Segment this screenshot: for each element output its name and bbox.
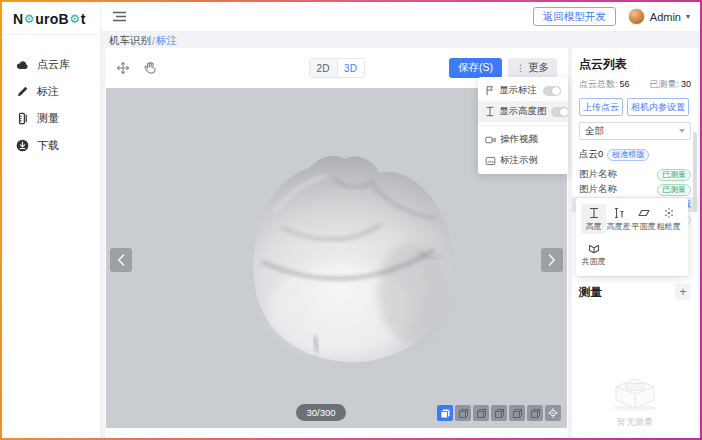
breadcrumb: 机车识别 / 标注 bbox=[101, 32, 177, 49]
more-label: 更多 bbox=[528, 61, 549, 75]
mode-2d-button[interactable]: 2D bbox=[310, 59, 337, 77]
sidebar-item-pointcloud-library[interactable]: 点云库 bbox=[2, 51, 100, 78]
template-badge: 校准模版 bbox=[607, 149, 649, 161]
tool-flatness[interactable]: 平面度 bbox=[631, 204, 656, 234]
more-button[interactable]: ⋮ 更多 bbox=[508, 58, 557, 78]
measured-badge: 已测量 bbox=[657, 184, 691, 196]
view-top-button[interactable] bbox=[527, 405, 543, 421]
tool-label: 共面度 bbox=[582, 256, 606, 267]
pointcloud-group-item[interactable]: 点云0 校准模版 bbox=[579, 148, 691, 161]
tool-label: 高度 bbox=[586, 221, 602, 232]
height-tool-icon bbox=[588, 207, 600, 219]
sidebar-item-measure[interactable]: 测量 bbox=[2, 105, 100, 132]
empty-state-text: 暂无测量 bbox=[617, 416, 653, 429]
logo-text: uroB bbox=[35, 11, 68, 27]
tool-label: 平面度 bbox=[632, 221, 656, 232]
sidebar-item-download[interactable]: 下载 bbox=[2, 132, 100, 159]
mode-3d-button[interactable]: 3D bbox=[337, 59, 364, 77]
logo-text: t bbox=[81, 11, 86, 27]
neurobot-app: N⚙uroB⚙t 点云库 标注 测量 下载 返 bbox=[0, 0, 702, 440]
breadcrumb-parent[interactable]: 机车识别 bbox=[109, 34, 151, 48]
sidebar-nav: 点云库 标注 测量 下载 bbox=[2, 51, 100, 159]
hand-drag-icon[interactable] bbox=[143, 61, 157, 75]
add-measure-button[interactable]: + bbox=[675, 284, 691, 300]
vertical-dots-icon: ⋮ bbox=[516, 63, 525, 73]
save-button[interactable]: 保存(S) bbox=[449, 58, 502, 78]
menu-item-label: 标注示例 bbox=[500, 154, 538, 167]
height-map-icon bbox=[485, 106, 495, 117]
pencil-icon bbox=[16, 85, 29, 98]
menu-item-label: 显示高度图 bbox=[499, 105, 547, 118]
cube-wire-icon bbox=[529, 407, 541, 419]
cloud-icon bbox=[16, 59, 29, 70]
empty-state: 暂无测量 bbox=[572, 370, 698, 429]
image-icon bbox=[485, 156, 496, 166]
image-list-item[interactable]: 图片名称 已测量 bbox=[579, 167, 691, 182]
flag-icon bbox=[485, 85, 495, 96]
back-to-model-dev-button[interactable]: 返回模型开发 bbox=[533, 7, 616, 26]
fit-view-button[interactable] bbox=[545, 405, 561, 421]
view-back-button[interactable] bbox=[473, 405, 489, 421]
view-right-button[interactable] bbox=[509, 405, 525, 421]
tool-roughness[interactable]: 粗糙度 bbox=[656, 204, 681, 234]
sidebar-item-label: 下载 bbox=[37, 138, 59, 153]
sidebar: N⚙uroB⚙t 点云库 标注 测量 下载 bbox=[2, 2, 101, 438]
more-dropdown-menu: 显示标注 显示高度图 操作视频 标注示例 bbox=[478, 77, 568, 174]
next-image-button[interactable] bbox=[541, 248, 563, 272]
app-logo: N⚙uroB⚙t bbox=[2, 2, 100, 35]
sidebar-item-label: 点云库 bbox=[37, 57, 70, 72]
show-heightmap-toggle[interactable] bbox=[551, 107, 569, 117]
roughness-tool-icon bbox=[663, 207, 675, 219]
tool-label: 粗糙度 bbox=[657, 221, 681, 232]
chevron-down-icon bbox=[679, 129, 685, 133]
view-left-button[interactable] bbox=[491, 405, 507, 421]
measure-title: 测量 bbox=[579, 285, 602, 300]
prev-image-button[interactable] bbox=[110, 248, 132, 272]
view-front-button[interactable] bbox=[455, 405, 471, 421]
measure-section-header: 测量 + bbox=[579, 276, 691, 300]
username: Admin bbox=[650, 11, 681, 23]
image-list-item[interactable]: 图片名称 已测量 bbox=[579, 182, 691, 197]
pagination-badge: 30/300 bbox=[296, 404, 346, 421]
height-diff-tool-icon bbox=[613, 207, 625, 219]
panel-stats: 点云总数:56 已测量:30 bbox=[579, 78, 691, 91]
tooth-3d-model[interactable] bbox=[222, 132, 472, 372]
upload-pointcloud-button[interactable]: 上传点云 bbox=[579, 98, 623, 116]
show-annotations-toggle[interactable] bbox=[543, 86, 561, 96]
download-icon bbox=[16, 139, 29, 152]
pan-move-icon[interactable] bbox=[116, 61, 130, 75]
cube-wire-icon bbox=[493, 407, 505, 419]
menu-item-label: 显示标注 bbox=[499, 84, 537, 97]
sidebar-item-label: 测量 bbox=[37, 111, 59, 126]
view-orientation-buttons bbox=[437, 405, 561, 421]
menu-item-show-annotations[interactable]: 显示标注 bbox=[478, 80, 568, 101]
cube-filled-icon bbox=[439, 407, 451, 419]
image-name: 图片名称 bbox=[579, 168, 657, 181]
cube-wire-icon bbox=[457, 407, 469, 419]
panel-buttons: 上传点云 相机内参设置 bbox=[579, 98, 691, 116]
top-header: 返回模型开发 Admin ▾ bbox=[101, 2, 700, 32]
menu-item-tutorial-video[interactable]: 操作视频 bbox=[478, 129, 568, 150]
cube-wire-icon bbox=[511, 407, 523, 419]
logo-text: N bbox=[13, 11, 23, 27]
tool-height-difference[interactable]: 高度差 bbox=[606, 204, 631, 234]
tool-coplanarity[interactable]: 共面度 bbox=[581, 239, 606, 269]
menu-item-annotation-example[interactable]: 标注示例 bbox=[478, 150, 568, 171]
coplanarity-tool-icon bbox=[588, 242, 600, 254]
gear-icon: ⚙ bbox=[24, 12, 35, 26]
view-iso-button[interactable] bbox=[437, 405, 453, 421]
breadcrumb-current: 标注 bbox=[156, 34, 177, 48]
filter-selected-value: 全部 bbox=[585, 125, 604, 138]
menu-item-show-heightmap[interactable]: 显示高度图 bbox=[478, 101, 568, 122]
user-menu[interactable]: Admin ▾ bbox=[628, 8, 690, 25]
panel-scrollbar[interactable] bbox=[693, 132, 697, 212]
cube-wire-icon bbox=[475, 407, 487, 419]
sidebar-item-annotation[interactable]: 标注 bbox=[2, 78, 100, 105]
menu-divider bbox=[478, 125, 568, 126]
collapse-menu-icon[interactable] bbox=[113, 11, 126, 22]
camera-intrinsics-button[interactable]: 相机内参设置 bbox=[627, 98, 689, 116]
tool-height[interactable]: 高度 bbox=[581, 204, 606, 234]
filter-select[interactable]: 全部 bbox=[579, 122, 691, 140]
stat-measured: 已测量:30 bbox=[649, 78, 691, 91]
sidebar-item-label: 标注 bbox=[37, 84, 59, 99]
